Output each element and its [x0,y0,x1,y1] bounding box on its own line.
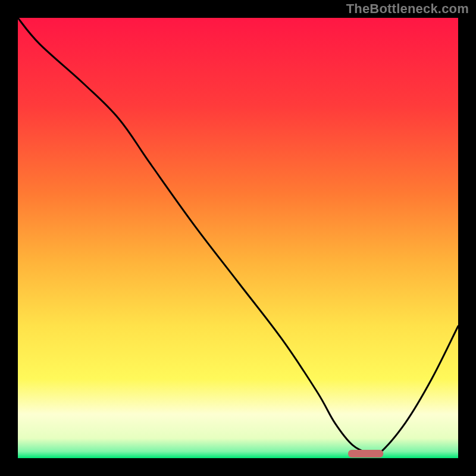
optimum-marker [348,450,383,458]
bottleneck-chart [0,0,476,476]
watermark-text: TheBottleneck.com [346,1,469,17]
chart-frame: { "watermark": "TheBottleneck.com", "col… [0,0,476,476]
